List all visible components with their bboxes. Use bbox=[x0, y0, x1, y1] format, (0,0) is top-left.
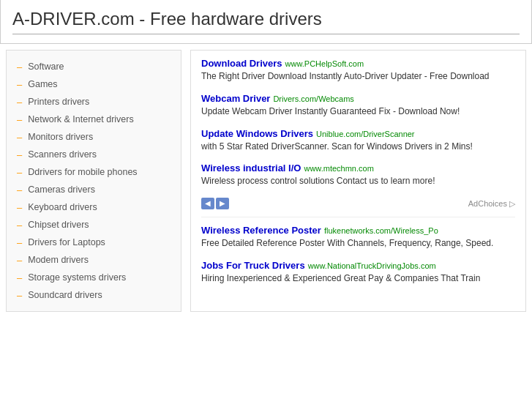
sidebar-item-label: Drivers for Laptops bbox=[28, 237, 105, 247]
sidebar-item-label: Games bbox=[28, 79, 57, 89]
ad-link[interactable]: Update Windows Drivers bbox=[201, 128, 313, 139]
sidebar-bullet-icon: – bbox=[17, 273, 22, 283]
sidebar-item[interactable]: –Printers drivers bbox=[7, 93, 181, 111]
ad-link[interactable]: Download Drivers bbox=[201, 58, 282, 69]
ad-item: Webcam DriverDrivers.com/WebcamsUpdate W… bbox=[201, 93, 515, 118]
sidebar-item-label: Ddrivers for mobile phones bbox=[28, 167, 137, 177]
sidebar-item[interactable]: –Software bbox=[7, 58, 181, 75]
ad-divider bbox=[201, 217, 515, 217]
sidebar-bullet-icon: – bbox=[17, 80, 22, 89]
ad-item: Download Driverswww.PCHelpSoft.comThe Ri… bbox=[201, 58, 515, 83]
ad-prev-button[interactable]: ◀ bbox=[201, 198, 214, 209]
ad-domain: www.mtechmn.com bbox=[304, 164, 373, 173]
sidebar-bullet-icon: – bbox=[17, 115, 22, 124]
sidebar-item-label: Network & Internet drivers bbox=[28, 114, 134, 124]
ad-description: with 5 Star Rated DriverScanner. Scan fo… bbox=[201, 141, 515, 153]
ad-area: Download Driverswww.PCHelpSoft.comThe Ri… bbox=[190, 50, 526, 312]
sidebar-bullet-icon: – bbox=[17, 97, 22, 107]
ad-item: Update Windows DriversUniblue.com/Driver… bbox=[201, 128, 515, 153]
ad-description: Update Webcam Driver Instantly Guarantee… bbox=[201, 105, 515, 118]
ad-description: The Right Driver Download Instantly Auto… bbox=[201, 70, 515, 83]
sidebar-bullet-icon: – bbox=[17, 238, 22, 247]
ad-description-bottom: Hiring Inexperienced & Experienced Great… bbox=[201, 272, 515, 285]
ad-description: Wireless process control solutions Conta… bbox=[201, 175, 515, 187]
ad-description-bottom: Free Detailed Reference Poster With Chan… bbox=[201, 237, 515, 250]
sidebar-item[interactable]: –Ddrivers for mobile phones bbox=[7, 163, 181, 181]
ad-domain: Uniblue.com/DriverScanner bbox=[316, 130, 415, 138]
ad-domain: www.PCHelpSoft.com bbox=[285, 59, 364, 68]
sidebar-item-label: Keyboard drivers bbox=[28, 202, 97, 212]
sidebar-item[interactable]: –Monitors drivers bbox=[7, 128, 181, 146]
sidebar-item[interactable]: –Drivers for Laptops bbox=[7, 234, 181, 251]
sidebar-item[interactable]: –Games bbox=[7, 75, 181, 93]
sidebar-bullet-icon: – bbox=[17, 203, 22, 212]
sidebar-item[interactable]: –Storage systems drivers bbox=[7, 269, 181, 286]
sidebar-bullet-icon: – bbox=[17, 168, 22, 177]
sidebar-item-label: Cameras drivers bbox=[28, 184, 95, 195]
sidebar-item-label: Monitors drivers bbox=[28, 132, 93, 142]
sidebar-item[interactable]: –Soundcard drivers bbox=[7, 286, 181, 304]
sidebar-item-label: Chipset drivers bbox=[28, 220, 89, 230]
ad-link[interactable]: Wireless industrial I/O bbox=[201, 163, 301, 174]
sidebar-item-label: Storage systems drivers bbox=[28, 272, 126, 283]
page-header: A-DRIVER.com - Free hardware drivers bbox=[0, 0, 532, 44]
ad-item-bottom: Jobs For Truck Driverswww.NationalTruckD… bbox=[201, 260, 515, 285]
ad-link-bottom[interactable]: Wireless Reference Poster bbox=[201, 225, 321, 236]
sidebar-item-label: Soundcard drivers bbox=[28, 290, 102, 300]
sidebar-item-label: Scanners drivers bbox=[28, 149, 97, 160]
ad-item: Wireless industrial I/Owww.mtechmn.comWi… bbox=[201, 163, 515, 187]
sidebar-bullet-icon: – bbox=[17, 220, 22, 230]
sidebar-bullet-icon: – bbox=[17, 185, 22, 195]
sidebar-item[interactable]: –Network & Internet drivers bbox=[7, 111, 181, 128]
sidebar-item-label: Software bbox=[28, 61, 64, 72]
sidebar-item-label: Modem drivers bbox=[28, 255, 89, 265]
ad-domain-bottom: www.NationalTruckDrivingJobs.com bbox=[308, 261, 436, 270]
ad-domain: Drivers.com/Webcams bbox=[273, 94, 353, 103]
page-title: A-DRIVER.com - Free hardware drivers bbox=[12, 9, 520, 34]
sidebar-bullet-icon: – bbox=[17, 150, 22, 160]
ad-item-bottom: Wireless Reference Posterflukenetworks.c… bbox=[201, 225, 515, 250]
ad-link-bottom[interactable]: Jobs For Truck Drivers bbox=[201, 260, 305, 271]
sidebar: –Software–Games–Printers drivers–Network… bbox=[6, 50, 181, 312]
ad-domain-bottom: flukenetworks.com/Wireless_Po bbox=[324, 226, 438, 235]
sidebar-item[interactable]: –Chipset drivers bbox=[7, 216, 181, 234]
ad-choices-label: AdChoices ▷ bbox=[468, 199, 515, 209]
sidebar-item[interactable]: –Scanners drivers bbox=[7, 146, 181, 163]
ad-link[interactable]: Webcam Driver bbox=[201, 93, 270, 104]
sidebar-item[interactable]: –Cameras drivers bbox=[7, 181, 181, 198]
sidebar-bullet-icon: – bbox=[17, 133, 22, 142]
sidebar-bullet-icon: – bbox=[17, 291, 22, 300]
ad-next-button[interactable]: ▶ bbox=[216, 198, 229, 209]
main-container: –Software–Games–Printers drivers–Network… bbox=[0, 50, 532, 312]
sidebar-bullet-icon: – bbox=[17, 256, 22, 265]
sidebar-bullet-icon: – bbox=[17, 62, 22, 72]
sidebar-item[interactable]: –Modem drivers bbox=[7, 251, 181, 269]
sidebar-item[interactable]: –Keyboard drivers bbox=[7, 198, 181, 216]
ad-nav-row: ◀▶AdChoices ▷ bbox=[201, 198, 515, 209]
sidebar-item-label: Printers drivers bbox=[28, 97, 89, 107]
